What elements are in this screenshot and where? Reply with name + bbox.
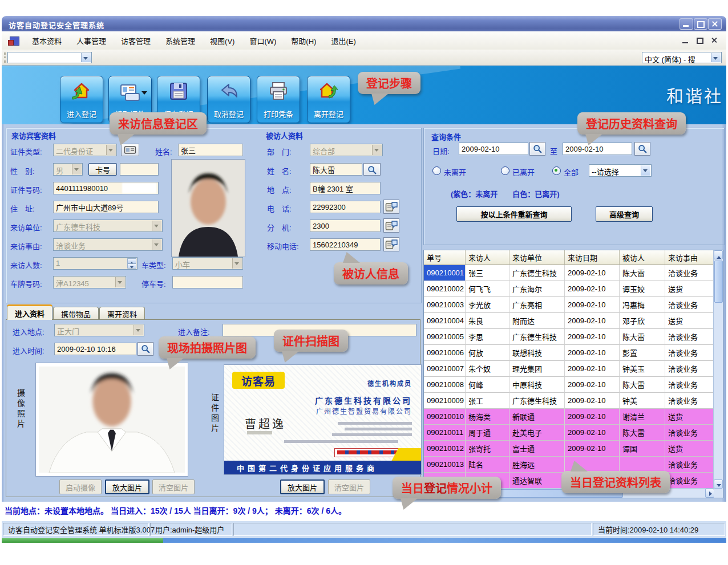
mobile-dial-button[interactable] <box>383 237 399 251</box>
table-row[interactable]: 090210012张寄托富士通2009-02-10谭国送货 <box>424 441 714 457</box>
minimize-icon[interactable] <box>680 18 693 30</box>
entry-time-picker-button[interactable] <box>137 342 153 356</box>
requery-button[interactable]: 按以上条件重新查询 <box>456 206 572 222</box>
radio-left[interactable] <box>501 166 509 175</box>
table-row[interactable]: 090210001张三广东德生科技2009-02-10陈大雷洽谈业务 <box>424 265 714 281</box>
table-row[interactable]: 090210007朱个奴理光集团2009-02-10钟美玉洽谈业务 <box>424 361 714 377</box>
column-header-5[interactable]: 被访人 <box>620 250 665 265</box>
table-cell: 赴美电子 <box>509 425 565 441</box>
mdi-close-icon[interactable] <box>709 36 719 45</box>
plate-combo[interactable]: 津A12345 <box>53 276 126 288</box>
menu-item-3[interactable]: 访客管理 <box>114 32 158 50</box>
dropdown-arrow-icon[interactable] <box>141 91 147 97</box>
chevron-down-icon[interactable] <box>81 53 91 62</box>
enter-registration-button[interactable]: 进入登记 <box>60 76 103 123</box>
table-row[interactable]: 090210006何放联想科技2009-02-10彭置洽谈业务 <box>424 345 714 361</box>
tab-1[interactable]: 进入资料 <box>7 304 52 320</box>
table-row[interactable]: 090210005李思广东德生科技2009-02-10陈大雷洽谈业务 <box>424 329 714 345</box>
language-combo[interactable]: 中文 (简体) - 搜 <box>642 52 722 63</box>
table-row[interactable]: 090210011周于通赴美电子2009-02-10陈大雷洽谈业务 <box>424 425 714 441</box>
phone-field[interactable] <box>310 201 381 213</box>
window-bottom-edge <box>2 538 726 543</box>
menu-item-1[interactable]: 基本资料 <box>25 32 69 50</box>
stepper-arrows-icon[interactable] <box>127 258 136 269</box>
card-no-field[interactable] <box>120 163 159 176</box>
menu-item-8[interactable]: 退出(E) <box>323 32 363 50</box>
table-cell: 富士通 <box>509 441 565 457</box>
mdi-minimize-icon[interactable] <box>681 36 691 45</box>
column-header-4[interactable]: 来访日期 <box>565 250 620 265</box>
entry-place-combo[interactable]: 正大门 <box>54 324 144 336</box>
chevron-down-icon[interactable] <box>711 53 721 62</box>
column-header-6[interactable]: 来访事由 <box>665 250 714 265</box>
dept-combo[interactable]: 综合部 <box>310 144 383 156</box>
radio-all[interactable] <box>552 166 561 175</box>
table-row[interactable]: 090210010杨海类新联通2009-02-10谢清兰送货 <box>424 409 714 425</box>
quick-search-combo[interactable] <box>7 52 92 63</box>
card-no-button[interactable]: 卡号 <box>88 163 117 176</box>
scroll-up-icon[interactable] <box>714 250 723 259</box>
table-row[interactable]: 090210004朱良附而达2009-02-10邓子欣送货 <box>424 313 714 329</box>
leave-registration-button[interactable]: 离开登记 <box>307 76 350 123</box>
vscroll-thumb[interactable] <box>714 261 723 303</box>
menu-item-5[interactable]: 视图(V) <box>203 32 242 50</box>
zoom-id-image-button[interactable]: 放大图片 <box>280 479 325 494</box>
restore-icon[interactable] <box>694 18 707 30</box>
entry-time-field[interactable] <box>54 343 136 355</box>
visit-reason-combo[interactable]: 洽谈业务 <box>53 238 163 251</box>
gender-combo[interactable]: 男 <box>53 163 83 176</box>
callout-visitor-area: 来访信息登记区 <box>110 112 207 135</box>
visited-name-field[interactable] <box>310 163 362 176</box>
close-icon[interactable] <box>708 18 722 30</box>
vertical-scrollbar[interactable] <box>713 250 723 489</box>
date-from-field[interactable] <box>459 143 528 155</box>
tab-2[interactable]: 携带物品 <box>53 307 99 320</box>
visitor-name-field[interactable] <box>178 144 243 156</box>
vehicle-type-combo[interactable]: 小车 <box>172 257 243 270</box>
print-receipt-button[interactable]: 打印凭条 <box>257 76 300 123</box>
table-row[interactable]: 090210013陆名胜海远洽谈业务 <box>424 457 714 473</box>
column-header-1[interactable]: 单号 <box>424 250 466 265</box>
toolbar-button-label: 进入登记 <box>60 108 103 119</box>
cancel-registration-button[interactable]: 取消登记 <box>207 76 250 123</box>
menu-item-7[interactable]: 帮助(H) <box>284 32 323 50</box>
id-type-combo[interactable]: 二代身份证 <box>53 144 117 156</box>
table-row[interactable]: 090210008何峰中原科技2009-02-10陈大雷洽谈业务 <box>424 377 714 393</box>
table-row[interactable]: 090210003李光放广东亮相2009-02-10冯惠梅洽谈业务 <box>424 297 714 313</box>
parking-field[interactable] <box>172 276 243 288</box>
people-count-stepper[interactable]: 1 <box>53 257 137 270</box>
card-reader-button[interactable] <box>121 144 139 156</box>
date-to-picker-button[interactable] <box>634 142 650 156</box>
date-from-picker-button[interactable] <box>529 142 545 156</box>
column-header-2[interactable]: 来访人 <box>466 250 509 265</box>
zoom-photo-button[interactable]: 放大图片 <box>105 479 149 494</box>
ext-field[interactable] <box>310 220 381 232</box>
address-field[interactable] <box>53 201 159 213</box>
radio-not-left[interactable] <box>432 166 441 175</box>
visited-search-button[interactable] <box>363 163 381 176</box>
phone-dial-button[interactable] <box>383 200 399 214</box>
scroll-down-icon[interactable] <box>714 479 723 489</box>
menu-item-4[interactable]: 系统管理 <box>158 32 203 50</box>
table-cell: 胜海远 <box>509 457 565 473</box>
filter-combo[interactable]: --请选择 <box>589 164 652 177</box>
table-row[interactable]: 090210002何飞飞广东海尔2009-02-10谭玉姣送货 <box>424 281 714 297</box>
visit-company-combo[interactable]: 广东德生科技 <box>53 220 163 232</box>
scroll-right-icon[interactable] <box>705 489 714 498</box>
phone-message-icon <box>385 239 398 250</box>
chevron-down-icon[interactable] <box>641 165 650 176</box>
menu-item-6[interactable]: 窗口(W) <box>242 32 284 50</box>
mdi-restore-icon[interactable] <box>694 36 705 45</box>
column-header-3[interactable]: 来访单位 <box>509 250 565 265</box>
location-field[interactable] <box>310 182 381 194</box>
advanced-query-button[interactable]: 高级查询 <box>596 206 653 222</box>
statusbar-current-time: 当前时间:2009-02-10 14:40:29 <box>593 523 725 536</box>
ext-dial-button[interactable] <box>383 218 399 233</box>
mobile-field[interactable] <box>310 238 381 251</box>
id-number-label: 证件号码: <box>10 184 42 195</box>
table-row[interactable]: 090210009张工广东德生科技2009-02-10钟美洽谈业务 <box>424 393 714 409</box>
date-to-field[interactable] <box>563 143 632 155</box>
menu-item-2[interactable]: 人事管理 <box>69 32 114 50</box>
tab-3[interactable]: 离开资料 <box>99 307 145 320</box>
enter-registration-icon <box>70 80 93 103</box>
